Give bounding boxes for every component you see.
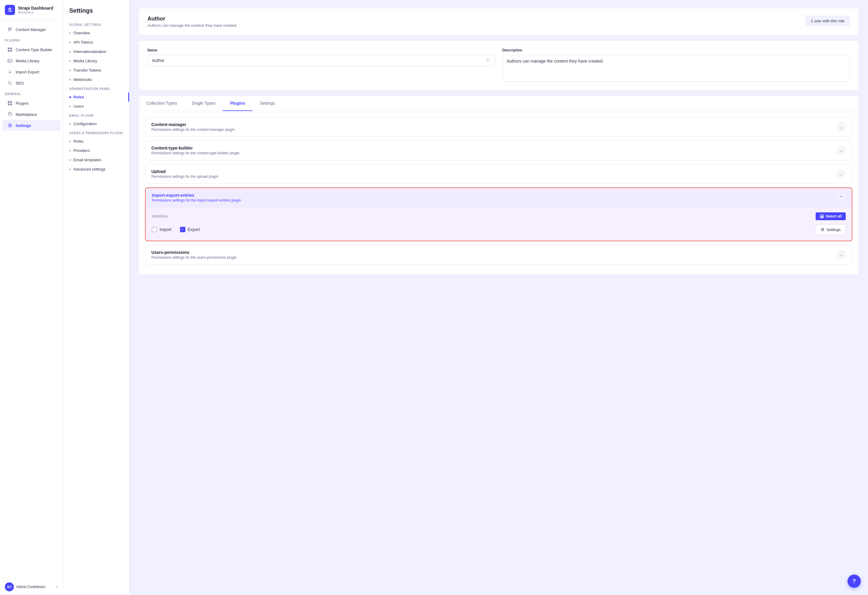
plugin-section-upload: Upload Permissions settings for the uplo… <box>145 164 852 184</box>
plugin-name: Import-export-entries <box>152 193 241 197</box>
sidebar-item-content-type-builder[interactable]: Content-Type Builder <box>2 44 61 55</box>
description-label: Description <box>502 48 850 52</box>
settings-item-email-templates[interactable]: Email templates <box>63 155 129 165</box>
sidebar-item-seo[interactable]: SEO <box>2 78 61 88</box>
import-checkbox[interactable] <box>152 227 157 232</box>
brand-header: S Strapi Dashboard Workplace <box>0 0 63 20</box>
sidebar: S Strapi Dashboard Workplace Content Man… <box>0 0 63 595</box>
plugin-expand-button[interactable]: ⌄ <box>836 250 846 259</box>
settings-item-advanced-settings[interactable]: Advanced settings <box>63 165 129 174</box>
settings-item-configuration[interactable]: Configuration <box>63 119 129 128</box>
svg-rect-4 <box>10 47 12 49</box>
svg-rect-6 <box>10 50 12 52</box>
bullet-icon <box>69 32 71 34</box>
global-settings-label: GLOBAL SETTINGS <box>63 20 129 28</box>
plugin-section-content-manager: Content-manager Permissions settings for… <box>145 117 852 137</box>
plugin-expand-button[interactable]: ⌄ <box>836 169 846 179</box>
plugin-name: Users-permissions <box>151 250 236 255</box>
plugin-header-users-permissions[interactable]: Users-permissions Permissions settings f… <box>145 245 852 264</box>
input-icon <box>486 58 490 63</box>
settings-item-users[interactable]: Users <box>63 102 129 111</box>
settings-item-overview[interactable]: Overview <box>63 28 129 38</box>
user-avatar: AC <box>5 582 14 591</box>
marketplace-icon <box>7 112 13 117</box>
name-label: Name <box>148 48 495 52</box>
sidebar-item-marketplace[interactable]: Marketplace <box>2 109 61 120</box>
admin-panel-label: ADMINISTRATION PANEL <box>63 84 129 92</box>
seo-icon <box>7 80 13 86</box>
tabs-content: Content-manager Permissions settings for… <box>139 111 858 274</box>
tabs-header: Collection Types Single Types Plugins Se… <box>139 96 858 111</box>
plugins-section-label: PLUGINS <box>0 35 63 44</box>
bullet-icon <box>69 150 71 152</box>
tab-settings[interactable]: Settings <box>252 96 282 111</box>
brand-text: Strapi Dashboard Workplace <box>18 6 53 14</box>
main-content: Author Authors can manage the content th… <box>130 0 868 595</box>
plugin-header-import-export-entries[interactable]: Import-export-entries Permissions settin… <box>146 188 852 207</box>
content-type-builder-icon <box>7 47 13 52</box>
plugin-desc: Permissions settings for the content-man… <box>151 128 235 132</box>
sidebar-item-media-library[interactable]: Media Library <box>2 55 61 66</box>
description-textarea[interactable]: Authors can manage the content they have… <box>502 55 850 82</box>
sidebar-item-content-manager[interactable]: Content Manager <box>2 24 61 35</box>
sidebar-item-label: Content-Type Builder <box>16 47 52 52</box>
plugin-expand-button[interactable]: ⌄ <box>836 146 846 155</box>
sidebar-item-label: Plugins <box>16 101 29 106</box>
sidebar-collapse-chevron[interactable]: < <box>56 585 58 589</box>
settings-title: Settings <box>63 7 129 20</box>
plugin-desc: Permissions settings for the content-typ… <box>151 151 239 155</box>
bullet-icon <box>69 51 71 53</box>
settings-item-transfer-tokens[interactable]: Transfer Tokens <box>63 66 129 75</box>
user-role-button[interactable]: 1 user with this role <box>805 16 850 26</box>
help-button[interactable]: ? <box>847 574 861 588</box>
sidebar-item-settings[interactable]: Settings <box>2 120 61 131</box>
tab-collection-types[interactable]: Collection Types <box>139 96 184 111</box>
plugin-settings-button[interactable]: ⚙ Settings <box>816 224 846 235</box>
settings-item-webhooks[interactable]: Webhooks <box>63 75 129 84</box>
select-all-button[interactable]: ▬ Select all <box>816 212 846 220</box>
import-export-icon <box>7 69 13 75</box>
plugin-header-content-type-builder[interactable]: Content-type-builder Permissions setting… <box>145 141 852 160</box>
form-row: Name Description Authors can manage the … <box>139 41 858 90</box>
sidebar-item-label: Settings <box>16 123 31 128</box>
sidebar-item-label: Import Export <box>16 70 39 74</box>
bullet-icon <box>69 96 71 98</box>
checkboxes-group: Import ✓ Export <box>152 227 200 232</box>
plugin-header-content-manager[interactable]: Content-manager Permissions settings for… <box>145 117 852 137</box>
plugin-body-import-export-entries: GENERAL ▬ Select all Import <box>146 207 852 241</box>
email-plugin-label: EMAIL PLUGIN <box>63 111 129 119</box>
bullet-icon <box>69 60 71 62</box>
author-card: Author Authors can manage the content th… <box>139 9 858 35</box>
brand-icon: S <box>5 5 15 15</box>
sidebar-item-import-export[interactable]: Import Export <box>2 66 61 77</box>
brand-name: Strapi Dashboard <box>18 6 53 10</box>
users-permissions-label: USERS & PERMISSIONS PLUGIN <box>63 128 129 137</box>
plugin-section-content-type-builder: Content-type-builder Permissions setting… <box>145 140 852 161</box>
general-section-label: GENERAL ▬ Select all <box>152 212 846 220</box>
export-checkbox[interactable]: ✓ <box>180 227 185 232</box>
tab-single-types[interactable]: Single Types <box>184 96 223 111</box>
name-input[interactable] <box>152 58 486 63</box>
settings-item-media-library[interactable]: Media Library <box>63 56 129 66</box>
svg-rect-12 <box>8 103 10 105</box>
settings-item-roles[interactable]: Roles <box>63 92 129 102</box>
settings-item-api-tokens[interactable]: API Tokens <box>63 38 129 47</box>
svg-rect-0 <box>8 28 12 29</box>
sidebar-item-label: SEO <box>16 81 24 85</box>
plugin-header-upload[interactable]: Upload Permissions settings for the uplo… <box>145 164 852 184</box>
bullet-icon <box>69 123 71 125</box>
sidebar-item-plugins[interactable]: Plugins <box>2 98 61 109</box>
settings-item-providers[interactable]: Providers <box>63 146 129 155</box>
svg-point-14 <box>9 125 11 126</box>
plugin-desc: Permissions settings for the users-permi… <box>151 255 236 259</box>
settings-icon <box>7 123 13 128</box>
tab-plugins[interactable]: Plugins <box>223 96 252 111</box>
svg-rect-5 <box>8 50 10 52</box>
plugin-expand-button[interactable]: ⌄ <box>836 122 846 132</box>
plugin-name: Content-manager <box>151 122 235 127</box>
svg-rect-2 <box>8 30 10 31</box>
settings-item-up-roles[interactable]: Roles <box>63 137 129 146</box>
name-input-wrapper <box>148 55 495 66</box>
plugin-collapse-button[interactable]: ⌃ <box>836 193 846 202</box>
settings-item-internationalization[interactable]: Internationalization <box>63 47 129 56</box>
